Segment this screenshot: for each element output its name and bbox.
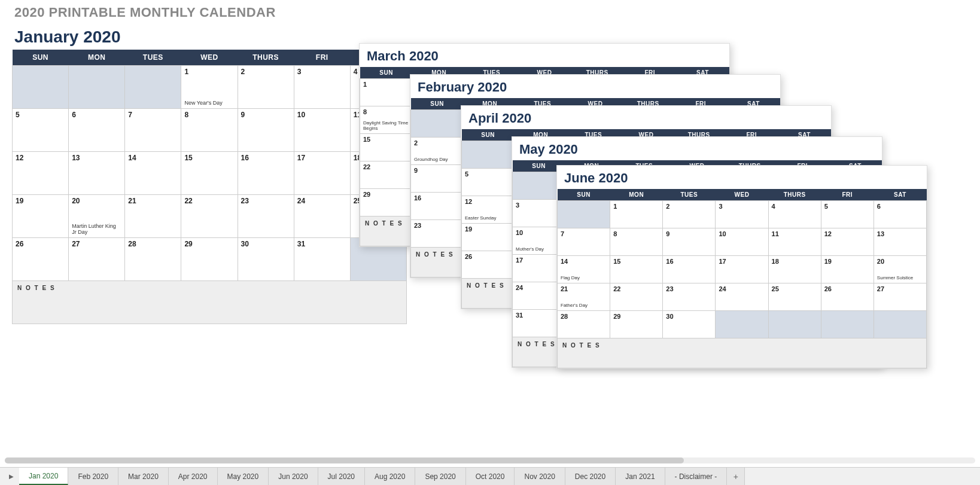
day-cell[interactable] bbox=[874, 311, 926, 338]
day-cell[interactable]: 5 bbox=[13, 109, 69, 152]
notes-section[interactable]: N O T E S bbox=[558, 338, 927, 368]
horizontal-scrollbar[interactable] bbox=[5, 457, 975, 463]
sheet-tab[interactable]: Mar 2020 bbox=[118, 468, 169, 485]
day-cell[interactable]: 3 bbox=[716, 201, 768, 228]
day-cell[interactable]: 17 bbox=[294, 152, 350, 195]
day-cell[interactable]: 7 bbox=[125, 109, 181, 152]
day-cell[interactable]: 4 bbox=[768, 201, 821, 228]
day-cell[interactable]: 14Flag Day bbox=[558, 256, 610, 283]
day-cell[interactable]: 13 bbox=[69, 152, 125, 195]
day-cell[interactable]: 15 bbox=[610, 256, 663, 283]
day-cell[interactable] bbox=[821, 311, 874, 338]
sheet-tab[interactable]: Jul 2020 bbox=[318, 468, 365, 485]
day-cell[interactable]: 26 bbox=[462, 251, 515, 279]
day-cell[interactable]: 5 bbox=[821, 201, 874, 228]
day-cell[interactable]: 12 bbox=[13, 152, 69, 195]
day-cell[interactable]: 23 bbox=[663, 283, 716, 311]
day-cell[interactable]: 9 bbox=[411, 165, 464, 193]
day-cell[interactable]: 8Daylight Saving Time Begins bbox=[360, 106, 413, 134]
day-cell[interactable] bbox=[69, 66, 125, 109]
day-cell[interactable]: 1 bbox=[360, 79, 413, 106]
day-cell[interactable]: 19 bbox=[13, 195, 69, 238]
add-sheet-button[interactable]: + bbox=[727, 468, 745, 485]
day-cell[interactable]: 12Easter Sunday bbox=[462, 196, 515, 224]
sheet-tab[interactable]: - Disclaimer - bbox=[665, 468, 728, 485]
sheet-tab[interactable]: Nov 2020 bbox=[515, 468, 565, 485]
day-cell[interactable]: 20Martin Luther King Jr Day bbox=[69, 195, 125, 238]
day-cell[interactable] bbox=[716, 311, 768, 338]
day-cell[interactable]: 15 bbox=[181, 152, 238, 195]
day-cell[interactable]: 2Groundhog Day bbox=[411, 138, 464, 165]
sheet-tab[interactable]: Jan 2021 bbox=[616, 468, 665, 485]
day-cell[interactable]: 24 bbox=[716, 283, 768, 311]
day-cell[interactable]: 28 bbox=[125, 238, 181, 281]
sheet-tab[interactable]: Jan 2020 bbox=[19, 468, 68, 485]
sheet-tab[interactable]: Aug 2020 bbox=[365, 468, 415, 485]
day-cell[interactable]: 3 bbox=[294, 66, 350, 109]
day-cell[interactable]: 22 bbox=[360, 161, 413, 189]
day-cell[interactable]: 1 bbox=[610, 201, 663, 228]
day-cell[interactable]: 7 bbox=[558, 228, 610, 256]
tab-nav-button[interactable]: ▶ bbox=[4, 468, 19, 485]
day-cell[interactable]: 10 bbox=[294, 109, 350, 152]
sheet-tab[interactable]: May 2020 bbox=[218, 468, 269, 485]
day-cell[interactable]: 16 bbox=[411, 193, 464, 220]
day-cell[interactable]: 29 bbox=[360, 189, 413, 216]
day-cell[interactable] bbox=[411, 110, 464, 138]
day-cell[interactable] bbox=[125, 66, 181, 109]
notes-section[interactable]: N O T E S bbox=[13, 281, 407, 324]
sheet-tab[interactable]: Sep 2020 bbox=[415, 468, 465, 485]
day-cell[interactable]: 9 bbox=[238, 109, 294, 152]
day-cell[interactable]: 19 bbox=[821, 256, 874, 283]
day-cell[interactable]: 12 bbox=[821, 228, 874, 256]
day-cell[interactable]: 22 bbox=[181, 195, 238, 238]
day-cell[interactable]: 18 bbox=[768, 256, 821, 283]
day-cell[interactable]: 21Father's Day bbox=[558, 283, 610, 311]
day-cell[interactable]: 13 bbox=[874, 228, 926, 256]
day-cell[interactable]: 19 bbox=[462, 224, 515, 251]
day-cell[interactable]: 17 bbox=[716, 256, 768, 283]
day-cell[interactable]: 23 bbox=[411, 220, 464, 248]
day-cell[interactable]: 29 bbox=[610, 311, 663, 338]
day-cell[interactable]: 1New Year's Day bbox=[181, 66, 238, 109]
day-cell[interactable]: 8 bbox=[181, 109, 238, 152]
day-cell[interactable] bbox=[13, 66, 69, 109]
day-cell[interactable]: 20Summer Solstice bbox=[874, 256, 926, 283]
day-cell[interactable]: 2 bbox=[663, 201, 716, 228]
day-cell[interactable]: 24 bbox=[294, 195, 350, 238]
day-cell[interactable]: 5 bbox=[462, 169, 515, 196]
day-cell[interactable]: 25 bbox=[768, 283, 821, 311]
day-cell[interactable]: 29 bbox=[181, 238, 238, 281]
day-cell[interactable]: 23 bbox=[238, 195, 294, 238]
day-cell[interactable]: 11 bbox=[768, 228, 821, 256]
day-cell[interactable]: 22 bbox=[610, 283, 663, 311]
day-cell[interactable]: 27 bbox=[69, 238, 125, 281]
day-cell[interactable]: 16 bbox=[663, 256, 716, 283]
scrollbar-thumb[interactable] bbox=[5, 457, 684, 463]
sheet-tab[interactable]: Dec 2020 bbox=[565, 468, 616, 485]
day-cell[interactable]: 6 bbox=[874, 201, 926, 228]
day-cell[interactable]: 26 bbox=[13, 238, 69, 281]
sheet-tab[interactable]: Oct 2020 bbox=[466, 468, 515, 485]
day-cell[interactable] bbox=[558, 201, 610, 228]
day-cell[interactable]: 10 bbox=[716, 228, 768, 256]
day-cell[interactable]: 26 bbox=[821, 283, 874, 311]
sheet-tab[interactable]: Apr 2020 bbox=[169, 468, 218, 485]
day-cell[interactable]: 27 bbox=[874, 283, 926, 311]
day-cell[interactable]: 30 bbox=[663, 311, 716, 338]
day-cell[interactable]: 31 bbox=[294, 238, 350, 281]
day-cell[interactable]: 16 bbox=[238, 152, 294, 195]
day-cell[interactable]: 21 bbox=[125, 195, 181, 238]
day-cell[interactable] bbox=[768, 311, 821, 338]
day-cell[interactable] bbox=[462, 141, 515, 169]
day-cell[interactable]: 30 bbox=[238, 238, 294, 281]
sheet-tab[interactable]: Feb 2020 bbox=[68, 468, 118, 485]
day-cell[interactable]: 8 bbox=[610, 228, 663, 256]
day-cell[interactable]: 14 bbox=[125, 152, 181, 195]
sheet-tab[interactable]: Jun 2020 bbox=[269, 468, 318, 485]
day-cell[interactable]: 9 bbox=[663, 228, 716, 256]
day-cell[interactable]: 6 bbox=[69, 109, 125, 152]
day-cell[interactable]: 15 bbox=[360, 134, 413, 161]
day-cell[interactable]: 2 bbox=[238, 66, 294, 109]
day-cell[interactable]: 28 bbox=[558, 311, 610, 338]
